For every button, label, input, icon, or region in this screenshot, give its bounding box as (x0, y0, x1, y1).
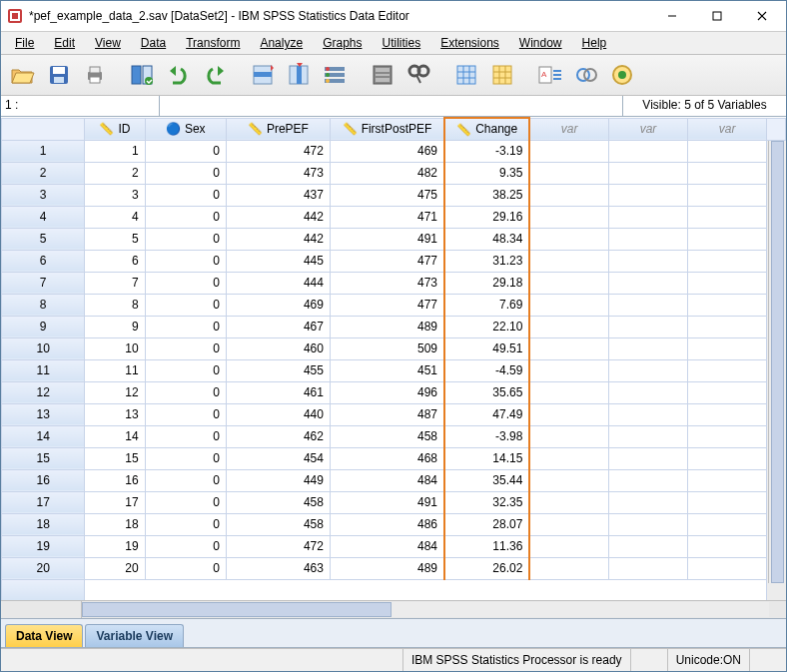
cell-empty[interactable] (608, 447, 687, 469)
cell-empty[interactable] (688, 184, 767, 206)
recall-dialog-button[interactable] (127, 59, 159, 91)
cell-empty[interactable] (688, 337, 767, 359)
cell-firstpostpef[interactable]: 471 (330, 206, 444, 228)
cell-sex[interactable]: 0 (145, 491, 226, 513)
cell-sex[interactable]: 0 (145, 162, 226, 184)
cell-empty[interactable] (688, 316, 767, 337)
column-header-change[interactable]: 📏Change (444, 118, 529, 140)
cell-empty[interactable] (608, 491, 687, 513)
column-header-sex[interactable]: 🔵Sex (145, 118, 226, 140)
menu-window[interactable]: Window (509, 34, 572, 52)
cell-prepef[interactable]: 462 (226, 425, 330, 447)
cell-firstpostpef[interactable]: 468 (330, 447, 444, 469)
row-header[interactable] (2, 579, 85, 600)
cell-id[interactable]: 9 (85, 316, 145, 337)
cell-id[interactable]: 19 (85, 535, 145, 557)
cell-empty[interactable] (688, 250, 767, 272)
menu-transform[interactable]: Transform (176, 34, 250, 52)
cell-id[interactable]: 20 (85, 557, 145, 579)
cell-change[interactable]: -3.19 (444, 140, 529, 162)
cell-id[interactable]: 8 (85, 294, 145, 316)
save-button[interactable] (43, 59, 75, 91)
cell-empty[interactable] (529, 557, 608, 579)
cell-empty[interactable] (529, 272, 608, 294)
menu-edit[interactable]: Edit (44, 34, 85, 52)
menu-view[interactable]: View (85, 34, 131, 52)
row-header[interactable]: 1 (2, 140, 85, 162)
cell-change[interactable]: 29.16 (444, 206, 529, 228)
find-button[interactable] (402, 59, 434, 91)
table-row[interactable]: 1515045446814.15 (2, 447, 786, 469)
cell-prepef[interactable]: 440 (226, 403, 330, 425)
cell-empty[interactable] (608, 359, 687, 381)
menu-graphs[interactable]: Graphs (313, 34, 372, 52)
print-button[interactable] (79, 59, 111, 91)
menu-help[interactable]: Help (572, 34, 617, 52)
cell-empty[interactable] (688, 513, 767, 535)
menu-extensions[interactable]: Extensions (430, 34, 509, 52)
cell-empty[interactable] (608, 337, 687, 359)
cell-id[interactable]: 10 (85, 337, 145, 359)
cell-empty[interactable] (608, 316, 687, 337)
cell-firstpostpef[interactable]: 451 (330, 359, 444, 381)
cell-prepef[interactable]: 444 (226, 272, 330, 294)
cell-empty[interactable] (529, 425, 608, 447)
cell-sex[interactable]: 0 (145, 535, 226, 557)
table-row[interactable]: 77044447329.18 (2, 272, 786, 294)
cell-firstpostpef[interactable]: 496 (330, 381, 444, 403)
table-row[interactable]: 1616044948435.44 (2, 469, 786, 491)
cell-sex[interactable]: 0 (145, 359, 226, 381)
row-header[interactable]: 7 (2, 272, 85, 294)
grid-corner[interactable] (2, 118, 85, 140)
cell-firstpostpef[interactable]: 509 (330, 337, 444, 359)
table-row[interactable]: 44044247129.16 (2, 206, 786, 228)
cell-empty[interactable] (529, 162, 608, 184)
cell-empty[interactable] (688, 469, 767, 491)
cell-sex[interactable]: 0 (145, 557, 226, 579)
cell-empty[interactable] (608, 184, 687, 206)
cell-change[interactable]: 49.51 (444, 337, 529, 359)
cell-id[interactable]: 18 (85, 513, 145, 535)
undo-button[interactable] (163, 59, 195, 91)
cell-prepef[interactable]: 437 (226, 184, 330, 206)
cell-empty[interactable] (529, 513, 608, 535)
row-header[interactable]: 10 (2, 337, 85, 359)
cell-change[interactable]: 35.65 (444, 381, 529, 403)
tab-variable-view[interactable]: Variable View (85, 624, 184, 647)
cell-sex[interactable]: 0 (145, 469, 226, 491)
row-header[interactable]: 16 (2, 469, 85, 491)
row-header[interactable]: 20 (2, 557, 85, 579)
cell-empty[interactable] (85, 579, 767, 600)
open-file-button[interactable] (7, 59, 39, 91)
cell-id[interactable]: 17 (85, 491, 145, 513)
cell-change[interactable]: 47.49 (444, 403, 529, 425)
row-header[interactable]: 12 (2, 381, 85, 403)
row-header[interactable]: 17 (2, 491, 85, 513)
cell-prepef[interactable]: 467 (226, 316, 330, 337)
cell-sex[interactable]: 0 (145, 425, 226, 447)
cell-prepef[interactable]: 458 (226, 491, 330, 513)
cell-change[interactable]: -3.98 (444, 425, 529, 447)
cell-sex[interactable]: 0 (145, 206, 226, 228)
cell-change[interactable]: 22.10 (444, 316, 529, 337)
table-row[interactable]: 1919047248411.36 (2, 535, 786, 557)
table-row[interactable]: 1818045848628.07 (2, 513, 786, 535)
cell-empty[interactable] (608, 228, 687, 250)
cell-empty[interactable] (529, 535, 608, 557)
split-file-button[interactable]: A (534, 59, 566, 91)
row-header[interactable]: 18 (2, 513, 85, 535)
cell-empty[interactable] (608, 535, 687, 557)
cell-firstpostpef[interactable]: 475 (330, 184, 444, 206)
row-header[interactable]: 9 (2, 316, 85, 337)
data-grid[interactable]: 📏ID 🔵Sex 📏PrePEF 📏FirstPostPEF 📏Change v… (1, 117, 786, 600)
table-row[interactable]: 1010046050949.51 (2, 337, 786, 359)
menu-file[interactable]: File (5, 34, 44, 52)
cell-empty[interactable] (529, 184, 608, 206)
cell-sex[interactable]: 0 (145, 337, 226, 359)
cell-empty[interactable] (688, 557, 767, 579)
cell-empty[interactable] (608, 140, 687, 162)
cell-empty[interactable] (529, 469, 608, 491)
goto-variable-button[interactable] (283, 59, 315, 91)
cell-firstpostpef[interactable]: 484 (330, 535, 444, 557)
cell-firstpostpef[interactable]: 473 (330, 272, 444, 294)
